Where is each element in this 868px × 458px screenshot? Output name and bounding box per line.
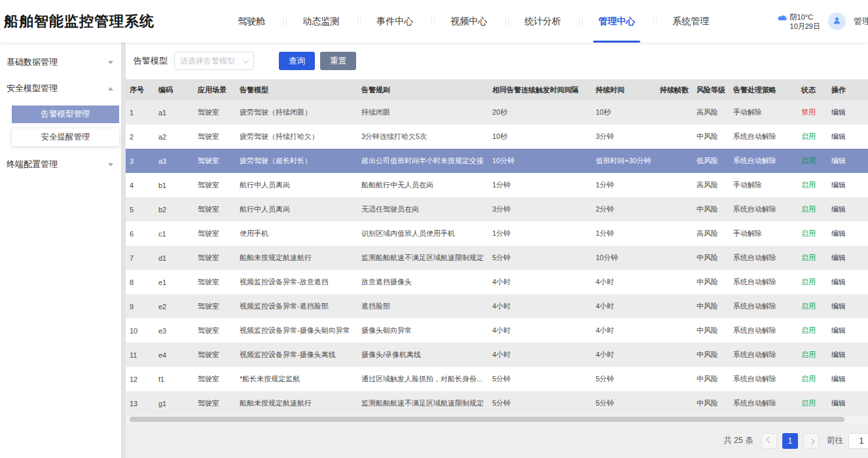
cell-code: e1 bbox=[154, 270, 194, 294]
cell-scene: 驾驶室 bbox=[194, 173, 236, 197]
table-row[interactable]: 12f1驾驶室*船长未按规定监航通过区域触发人脸抓拍，对船长身份...5分钟5分… bbox=[126, 367, 868, 391]
edit-button[interactable]: 编辑 bbox=[831, 399, 846, 407]
cell-rule: 船舶航行中无人员在岗 bbox=[357, 173, 488, 197]
sidebar-group-2[interactable]: 安全模型管理 bbox=[0, 75, 121, 102]
goto-page-input[interactable] bbox=[848, 433, 868, 449]
horizontal-scrollbar-thumb[interactable] bbox=[130, 417, 844, 422]
edit-button[interactable]: 编辑 bbox=[831, 375, 846, 383]
cell-strategy: 系统自动解除 bbox=[729, 391, 797, 415]
table-row[interactable]: 1a1驾驶室疲劳驾驶（持续闭眼）持续闭眼20秒10秒高风险手动解除禁用编辑 bbox=[126, 100, 868, 124]
select-placeholder: 请选择告警模型 bbox=[180, 56, 235, 67]
cell-strategy: 系统自动解除 bbox=[729, 343, 797, 367]
status-badge: 启用 bbox=[801, 351, 816, 358]
cell-status: 启用 bbox=[797, 173, 827, 197]
sidebar-group-5[interactable]: 终端配置管理 bbox=[0, 151, 121, 178]
cell-frames bbox=[656, 391, 693, 415]
page-number-button[interactable]: 1 bbox=[782, 433, 798, 449]
cell-rule: 3分钟连续打哈欠5次 bbox=[357, 124, 488, 149]
table-row[interactable]: 8e1驾驶室视频监控设备异常-故意遮挡故意遮挡摄像头4小时4小时中风险系统自动解… bbox=[126, 270, 868, 294]
table-row[interactable]: 3a3驾驶室疲劳驾驶（超长时长）超出公司值班时间半小时未按规定交接10分钟值班时… bbox=[126, 149, 868, 173]
weather-text: 阴10°C 10月29日 bbox=[790, 12, 820, 31]
cell-frames bbox=[656, 197, 693, 221]
column-header-11: 状态 bbox=[797, 79, 827, 100]
cell-model: 疲劳驾驶（超长时长） bbox=[236, 149, 357, 173]
cell-frames bbox=[656, 221, 693, 246]
nav-item-2[interactable]: 动态监测 bbox=[287, 0, 355, 43]
table-row[interactable]: 4b1驾驶室航行中人员离岗船舶航行中无人员在岗1分钟1分钟高风险手动解除启用编辑 bbox=[126, 173, 868, 197]
cell-code: e3 bbox=[154, 318, 194, 343]
cell-status: 禁用 bbox=[797, 100, 827, 124]
table-row[interactable]: 7d1驾驶室船舶未按规定航速航行监测船舶航速不满足区域航速限制规定5分钟10分钟… bbox=[126, 246, 868, 270]
cell-code: a2 bbox=[154, 124, 194, 149]
table-row[interactable]: 13g1驾驶室船舶未按规定航速航行监测船舶航速不满足区域航速限制规定5分钟5分钟… bbox=[126, 391, 868, 415]
cell-interval: 3分钟 bbox=[488, 197, 592, 221]
edit-button[interactable]: 编辑 bbox=[831, 326, 846, 334]
cell-rule: 识别区域内值班人员使用手机 bbox=[357, 221, 488, 246]
nav-item-4[interactable]: 视频中心 bbox=[435, 0, 503, 43]
nav-item-6[interactable]: 管理中心 bbox=[583, 0, 651, 43]
prev-page-button[interactable] bbox=[761, 433, 777, 449]
chevron-down-icon bbox=[108, 61, 113, 64]
weather-temp: 阴10°C bbox=[790, 12, 820, 22]
nav-item-3[interactable]: 事件中心 bbox=[361, 0, 429, 43]
edit-button[interactable]: 编辑 bbox=[831, 108, 846, 116]
status-badge: 启用 bbox=[801, 132, 816, 140]
cell-rule: 故意遮挡摄像头 bbox=[357, 270, 488, 294]
cell-scene: 驾驶室 bbox=[194, 367, 236, 391]
alarm-model-select[interactable]: 请选择告警模型 bbox=[174, 52, 254, 70]
edit-button[interactable]: 编辑 bbox=[831, 132, 846, 140]
column-header-3: 应用场景 bbox=[194, 79, 236, 100]
status-badge: 启用 bbox=[801, 157, 816, 164]
total-count-label: 共 25 条 bbox=[723, 435, 753, 446]
nav-separator bbox=[653, 18, 654, 26]
edit-button[interactable]: 编辑 bbox=[831, 229, 846, 237]
edit-button[interactable]: 编辑 bbox=[831, 302, 846, 310]
status-badge: 启用 bbox=[801, 375, 816, 383]
edit-button[interactable]: 编辑 bbox=[831, 254, 846, 261]
cell-code: a3 bbox=[154, 149, 194, 173]
table-row[interactable]: 2a2驾驶室疲劳驾驶（持续打哈欠）3分钟连续打哈欠5次10秒3分钟中风险系统自动… bbox=[126, 124, 868, 149]
nav-separator bbox=[431, 18, 432, 26]
sidebar-item-3[interactable]: 告警模型管理 bbox=[12, 105, 119, 123]
reset-button[interactable]: 重置 bbox=[320, 52, 356, 70]
cell-frames bbox=[656, 367, 693, 391]
cell-frames bbox=[656, 343, 693, 367]
table-row[interactable]: 6c1驾驶室使用手机识别区域内值班人员使用手机1分钟1分钟高风险手动解除启用编辑 bbox=[126, 221, 868, 246]
cell-strategy: 系统自动解除 bbox=[729, 270, 797, 294]
edit-button[interactable]: 编辑 bbox=[831, 157, 846, 164]
edit-button[interactable]: 编辑 bbox=[831, 351, 846, 358]
table-row[interactable]: 5b2驾驶室航行中人员离岗无适任驾驶员在岗3分钟2分钟中风险系统自动解除启用编辑 bbox=[126, 197, 868, 221]
table-row[interactable]: 11e4驾驶室视频监控设备异常-摄像头离线摄像头/录像机离线4小时4小时中风险系… bbox=[126, 343, 868, 367]
cell-strategy: 系统自动解除 bbox=[729, 367, 797, 391]
cell-status: 启用 bbox=[797, 318, 827, 343]
nav-item-7[interactable]: 系统管理 bbox=[657, 0, 725, 43]
cell-status: 启用 bbox=[797, 221, 827, 246]
sidebar-item-4[interactable]: 安全提醒管理 bbox=[12, 128, 119, 146]
cell-scene: 驾驶室 bbox=[194, 318, 236, 343]
cell-action: 编辑 bbox=[827, 318, 868, 343]
status-badge: 启用 bbox=[801, 229, 816, 237]
cell-duration: 2分钟 bbox=[592, 197, 656, 221]
edit-button[interactable]: 编辑 bbox=[831, 205, 846, 213]
cell-no: 3 bbox=[126, 149, 154, 173]
chevron-left-icon bbox=[766, 436, 772, 443]
sidebar-group-1[interactable]: 基础数据管理 bbox=[0, 49, 121, 75]
cell-strategy: 系统自动解除 bbox=[729, 197, 797, 221]
cell-risk: 中风险 bbox=[693, 246, 729, 270]
cell-strategy: 手动解除 bbox=[729, 100, 797, 124]
table-row[interactable]: 9e2驾驶室视频监控设备异常-遮挡脸部遮挡脸部4小时4小时中风险系统自动解除启用… bbox=[126, 294, 868, 318]
nav-item-5[interactable]: 统计分析 bbox=[509, 0, 577, 43]
user-avatar[interactable] bbox=[828, 12, 846, 30]
cell-no: 13 bbox=[126, 391, 154, 415]
table-row[interactable]: 10e3驾驶室视频监控设备异常-摄像头朝向异常摄像头朝向异常4小时4小时中风险系… bbox=[126, 318, 868, 343]
user-name-label[interactable]: 管理 bbox=[854, 16, 868, 28]
search-button[interactable]: 查询 bbox=[279, 52, 315, 70]
cell-strategy: 系统自动解除 bbox=[729, 318, 797, 343]
nav-item-1[interactable]: 驾驶舱 bbox=[222, 0, 281, 43]
next-page-button[interactable] bbox=[803, 433, 819, 449]
column-header-6: 相同告警连续触发时间间隔 bbox=[488, 79, 592, 100]
edit-button[interactable]: 编辑 bbox=[831, 181, 846, 189]
edit-button[interactable]: 编辑 bbox=[831, 278, 846, 286]
nav-separator bbox=[283, 18, 284, 26]
column-header-2: 编码 bbox=[154, 79, 194, 100]
